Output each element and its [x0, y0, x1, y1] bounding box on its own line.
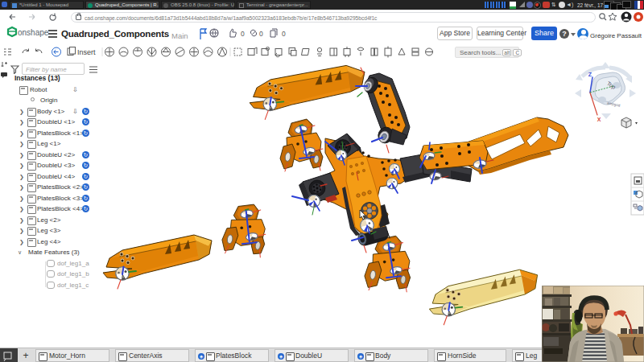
- svg-text:0: 0: [282, 30, 286, 38]
- svg-text:0: 0: [241, 30, 245, 38]
- svg-text:X: X: [597, 117, 601, 122]
- svg-text:Insert: Insert: [77, 48, 96, 56]
- svg-text:onshape: onshape: [18, 28, 49, 37]
- svg-text:Z: Z: [588, 72, 592, 77]
- svg-text:0: 0: [259, 30, 263, 38]
